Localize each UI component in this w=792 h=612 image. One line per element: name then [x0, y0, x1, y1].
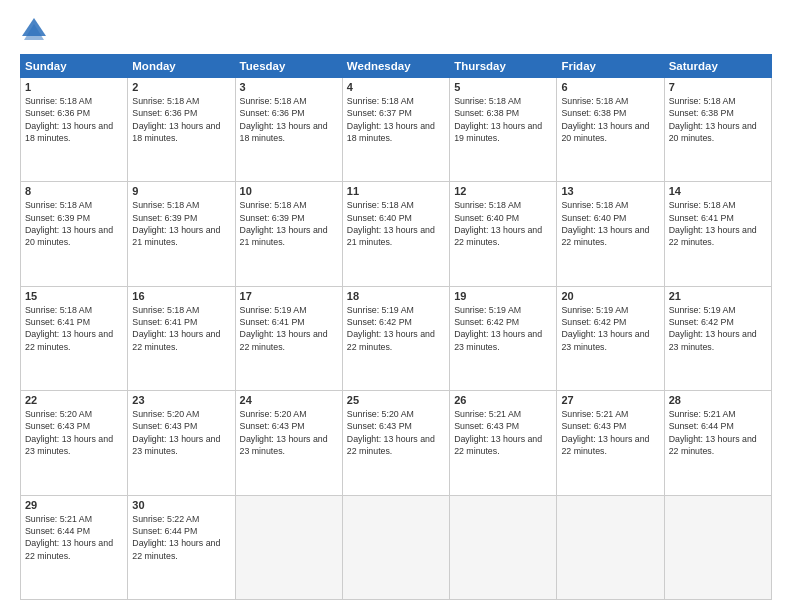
cell-daylight: Daylight: 13 hours and 23 minutes. [132, 434, 220, 456]
cell-sunset: Sunset: 6:38 PM [561, 108, 626, 118]
cell-sunrise: Sunrise: 5:18 AM [347, 96, 414, 106]
day-number: 29 [25, 499, 123, 511]
calendar-cell: 8 Sunrise: 5:18 AM Sunset: 6:39 PM Dayli… [21, 182, 128, 286]
calendar-cell: 7 Sunrise: 5:18 AM Sunset: 6:38 PM Dayli… [664, 78, 771, 182]
day-number: 10 [240, 185, 338, 197]
day-number: 16 [132, 290, 230, 302]
calendar-week-row: 1 Sunrise: 5:18 AM Sunset: 6:36 PM Dayli… [21, 78, 772, 182]
day-number: 5 [454, 81, 552, 93]
cell-sunset: Sunset: 6:41 PM [25, 317, 90, 327]
calendar-cell [557, 495, 664, 599]
day-number: 25 [347, 394, 445, 406]
calendar-day-header: Thursday [450, 55, 557, 78]
calendar-cell: 22 Sunrise: 5:20 AM Sunset: 6:43 PM Dayl… [21, 391, 128, 495]
cell-daylight: Daylight: 13 hours and 23 minutes. [561, 329, 649, 351]
cell-sunrise: Sunrise: 5:18 AM [25, 96, 92, 106]
cell-daylight: Daylight: 13 hours and 21 minutes. [240, 225, 328, 247]
calendar-cell: 17 Sunrise: 5:19 AM Sunset: 6:41 PM Dayl… [235, 286, 342, 390]
cell-sunrise: Sunrise: 5:20 AM [347, 409, 414, 419]
cell-sunrise: Sunrise: 5:22 AM [132, 514, 199, 524]
calendar-cell: 28 Sunrise: 5:21 AM Sunset: 6:44 PM Dayl… [664, 391, 771, 495]
calendar-cell: 5 Sunrise: 5:18 AM Sunset: 6:38 PM Dayli… [450, 78, 557, 182]
cell-daylight: Daylight: 13 hours and 22 minutes. [561, 434, 649, 456]
header [20, 16, 772, 44]
calendar-cell: 12 Sunrise: 5:18 AM Sunset: 6:40 PM Dayl… [450, 182, 557, 286]
cell-daylight: Daylight: 13 hours and 22 minutes. [561, 225, 649, 247]
day-number: 20 [561, 290, 659, 302]
day-number: 30 [132, 499, 230, 511]
cell-sunset: Sunset: 6:38 PM [669, 108, 734, 118]
calendar-week-row: 8 Sunrise: 5:18 AM Sunset: 6:39 PM Dayli… [21, 182, 772, 286]
day-number: 19 [454, 290, 552, 302]
calendar-cell: 23 Sunrise: 5:20 AM Sunset: 6:43 PM Dayl… [128, 391, 235, 495]
cell-sunset: Sunset: 6:43 PM [132, 421, 197, 431]
cell-sunset: Sunset: 6:43 PM [25, 421, 90, 431]
day-number: 22 [25, 394, 123, 406]
cell-sunrise: Sunrise: 5:21 AM [669, 409, 736, 419]
cell-sunset: Sunset: 6:40 PM [454, 213, 519, 223]
cell-sunset: Sunset: 6:44 PM [669, 421, 734, 431]
cell-daylight: Daylight: 13 hours and 22 minutes. [240, 329, 328, 351]
cell-sunset: Sunset: 6:39 PM [25, 213, 90, 223]
cell-sunrise: Sunrise: 5:18 AM [561, 96, 628, 106]
day-number: 7 [669, 81, 767, 93]
cell-sunrise: Sunrise: 5:19 AM [669, 305, 736, 315]
calendar-cell: 14 Sunrise: 5:18 AM Sunset: 6:41 PM Dayl… [664, 182, 771, 286]
cell-sunrise: Sunrise: 5:18 AM [561, 200, 628, 210]
day-number: 3 [240, 81, 338, 93]
cell-sunset: Sunset: 6:41 PM [240, 317, 305, 327]
day-number: 23 [132, 394, 230, 406]
cell-daylight: Daylight: 13 hours and 23 minutes. [25, 434, 113, 456]
day-number: 12 [454, 185, 552, 197]
cell-daylight: Daylight: 13 hours and 22 minutes. [25, 329, 113, 351]
calendar-cell [450, 495, 557, 599]
cell-daylight: Daylight: 13 hours and 20 minutes. [669, 121, 757, 143]
calendar-cell: 4 Sunrise: 5:18 AM Sunset: 6:37 PM Dayli… [342, 78, 449, 182]
calendar-cell: 26 Sunrise: 5:21 AM Sunset: 6:43 PM Dayl… [450, 391, 557, 495]
cell-sunrise: Sunrise: 5:18 AM [132, 305, 199, 315]
calendar-cell: 11 Sunrise: 5:18 AM Sunset: 6:40 PM Dayl… [342, 182, 449, 286]
calendar-cell: 2 Sunrise: 5:18 AM Sunset: 6:36 PM Dayli… [128, 78, 235, 182]
cell-sunset: Sunset: 6:44 PM [132, 526, 197, 536]
cell-sunrise: Sunrise: 5:18 AM [25, 305, 92, 315]
cell-sunrise: Sunrise: 5:21 AM [561, 409, 628, 419]
day-number: 6 [561, 81, 659, 93]
calendar-cell: 15 Sunrise: 5:18 AM Sunset: 6:41 PM Dayl… [21, 286, 128, 390]
cell-sunset: Sunset: 6:38 PM [454, 108, 519, 118]
cell-sunset: Sunset: 6:41 PM [669, 213, 734, 223]
cell-sunrise: Sunrise: 5:18 AM [669, 200, 736, 210]
cell-sunset: Sunset: 6:43 PM [240, 421, 305, 431]
cell-sunrise: Sunrise: 5:18 AM [347, 200, 414, 210]
cell-sunrise: Sunrise: 5:18 AM [240, 200, 307, 210]
calendar-cell: 13 Sunrise: 5:18 AM Sunset: 6:40 PM Dayl… [557, 182, 664, 286]
calendar-cell [664, 495, 771, 599]
cell-sunset: Sunset: 6:36 PM [132, 108, 197, 118]
calendar-day-header: Monday [128, 55, 235, 78]
calendar-cell: 24 Sunrise: 5:20 AM Sunset: 6:43 PM Dayl… [235, 391, 342, 495]
day-number: 27 [561, 394, 659, 406]
calendar-cell: 10 Sunrise: 5:18 AM Sunset: 6:39 PM Dayl… [235, 182, 342, 286]
cell-sunrise: Sunrise: 5:20 AM [25, 409, 92, 419]
cell-sunset: Sunset: 6:43 PM [347, 421, 412, 431]
cell-daylight: Daylight: 13 hours and 19 minutes. [454, 121, 542, 143]
cell-daylight: Daylight: 13 hours and 22 minutes. [132, 538, 220, 560]
logo-icon [20, 16, 48, 44]
calendar-cell: 1 Sunrise: 5:18 AM Sunset: 6:36 PM Dayli… [21, 78, 128, 182]
calendar-table: SundayMondayTuesdayWednesdayThursdayFrid… [20, 54, 772, 600]
cell-daylight: Daylight: 13 hours and 20 minutes. [25, 225, 113, 247]
day-number: 8 [25, 185, 123, 197]
cell-daylight: Daylight: 13 hours and 22 minutes. [347, 434, 435, 456]
cell-sunset: Sunset: 6:42 PM [347, 317, 412, 327]
day-number: 14 [669, 185, 767, 197]
cell-sunrise: Sunrise: 5:21 AM [454, 409, 521, 419]
day-number: 28 [669, 394, 767, 406]
calendar-cell: 20 Sunrise: 5:19 AM Sunset: 6:42 PM Dayl… [557, 286, 664, 390]
calendar-cell: 16 Sunrise: 5:18 AM Sunset: 6:41 PM Dayl… [128, 286, 235, 390]
page: SundayMondayTuesdayWednesdayThursdayFrid… [0, 0, 792, 612]
cell-daylight: Daylight: 13 hours and 22 minutes. [454, 434, 542, 456]
calendar-cell: 30 Sunrise: 5:22 AM Sunset: 6:44 PM Dayl… [128, 495, 235, 599]
calendar-cell: 6 Sunrise: 5:18 AM Sunset: 6:38 PM Dayli… [557, 78, 664, 182]
day-number: 1 [25, 81, 123, 93]
calendar-cell [342, 495, 449, 599]
day-number: 2 [132, 81, 230, 93]
